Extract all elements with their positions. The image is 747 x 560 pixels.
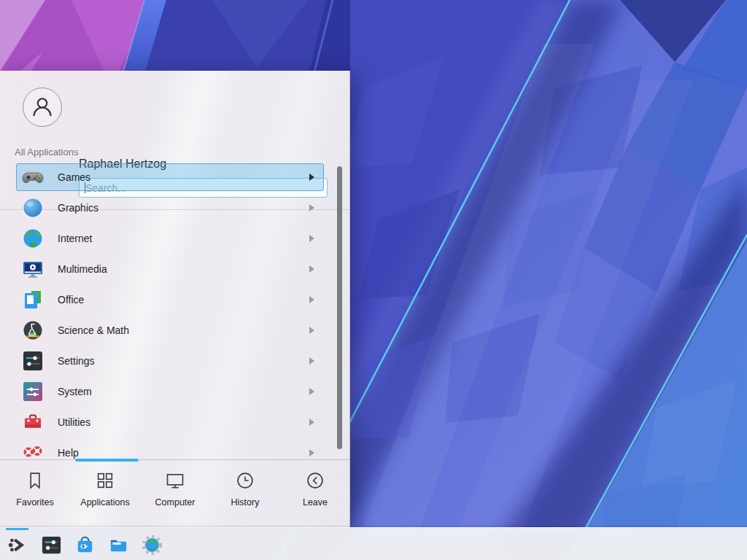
submenu-arrow-icon	[309, 388, 314, 395]
submenu-arrow-icon	[309, 204, 314, 211]
category-list: Games Graphics Internet	[0, 162, 350, 459]
discover-bag-icon	[74, 534, 96, 556]
gamepad-icon	[21, 166, 44, 189]
category-label: Internet	[58, 233, 92, 244]
kde-launcher-icon	[7, 534, 29, 556]
folder-icon	[107, 534, 130, 556]
category-label: Office	[58, 294, 84, 306]
taskbar-panel: ES 7:03 PM 4/24/21	[0, 527, 747, 560]
category-item-games[interactable]: Games	[0, 162, 350, 192]
user-icon	[28, 93, 56, 121]
scrollbar[interactable]	[337, 166, 342, 449]
sphere-icon	[21, 196, 44, 219]
submenu-arrow-icon	[309, 235, 314, 242]
category-item-multimedia[interactable]: Multimedia	[0, 254, 350, 284]
monitor-icon	[165, 470, 185, 491]
submenu-arrow-icon	[309, 449, 314, 456]
category-item-settings[interactable]: Settings	[0, 346, 350, 376]
category-label: Science & Math	[58, 324, 129, 336]
tab-label: Favorites	[16, 497, 53, 508]
submenu-arrow-icon	[309, 174, 314, 181]
tab-label: Computer	[155, 497, 196, 508]
category-item-help[interactable]: Help	[0, 438, 350, 459]
user-avatar[interactable]	[23, 88, 62, 127]
system-settings-icon	[40, 534, 63, 556]
tab-computer[interactable]: Computer	[140, 460, 210, 527]
active-tab-indicator	[75, 459, 139, 462]
tab-leave[interactable]: Leave	[280, 460, 350, 527]
category-item-utilities[interactable]: Utilities	[0, 407, 350, 438]
tab-label: Applications	[80, 497, 129, 508]
submenu-arrow-icon	[309, 357, 314, 365]
submenu-arrow-icon	[309, 419, 314, 426]
flask-icon	[21, 319, 44, 342]
grid-icon	[95, 470, 115, 491]
tab-label: History	[231, 497, 260, 508]
active-task-indicator	[6, 528, 28, 530]
system-settings-button[interactable]	[38, 532, 64, 557]
tab-label: Leave	[303, 497, 328, 508]
media-screen-icon	[21, 257, 44, 281]
category-label: Settings	[58, 355, 95, 367]
application-launcher-menu: Raphael Hertzog All Applications Games	[0, 71, 350, 527]
category-label: Utilities	[58, 416, 90, 428]
application-launcher-button[interactable]	[4, 532, 31, 557]
globe-icon	[21, 227, 44, 250]
category-label: System	[58, 386, 92, 397]
tab-applications[interactable]: Applications	[70, 460, 140, 527]
discover-button[interactable]	[71, 532, 98, 557]
section-label: All Applications	[15, 147, 78, 158]
category-item-office[interactable]: Office	[0, 284, 350, 315]
sliders-icon	[21, 349, 44, 373]
submenu-arrow-icon	[309, 265, 314, 273]
lifebuoy-icon	[21, 441, 44, 459]
leave-icon	[305, 470, 325, 491]
documents-icon	[21, 288, 44, 311]
category-item-graphics[interactable]: Graphics	[0, 192, 350, 223]
submenu-arrow-icon	[309, 296, 314, 303]
tab-history[interactable]: History	[210, 460, 280, 527]
submenu-arrow-icon	[309, 327, 314, 334]
bookmark-icon	[25, 470, 45, 491]
launcher-tab-bar: Favorites Applications	[0, 459, 350, 527]
category-label: Multimedia	[58, 263, 107, 275]
category-item-system[interactable]: System	[0, 376, 350, 407]
desktop: Raphael Hertzog All Applications Games	[0, 0, 747, 560]
category-label: Graphics	[58, 202, 98, 214]
browser-globe-icon	[141, 534, 163, 556]
category-item-science-math[interactable]: Science & Math	[0, 315, 350, 346]
clock-icon	[235, 470, 255, 491]
category-label: Games	[58, 171, 90, 183]
category-item-internet[interactable]: Internet	[0, 223, 350, 254]
toolbox-icon	[21, 411, 44, 434]
tab-favorites[interactable]: Favorites	[0, 460, 70, 527]
category-label: Help	[58, 447, 79, 459]
system-sliders-icon	[21, 380, 44, 403]
file-manager-button[interactable]	[105, 532, 131, 557]
web-browser-button[interactable]	[139, 532, 165, 557]
